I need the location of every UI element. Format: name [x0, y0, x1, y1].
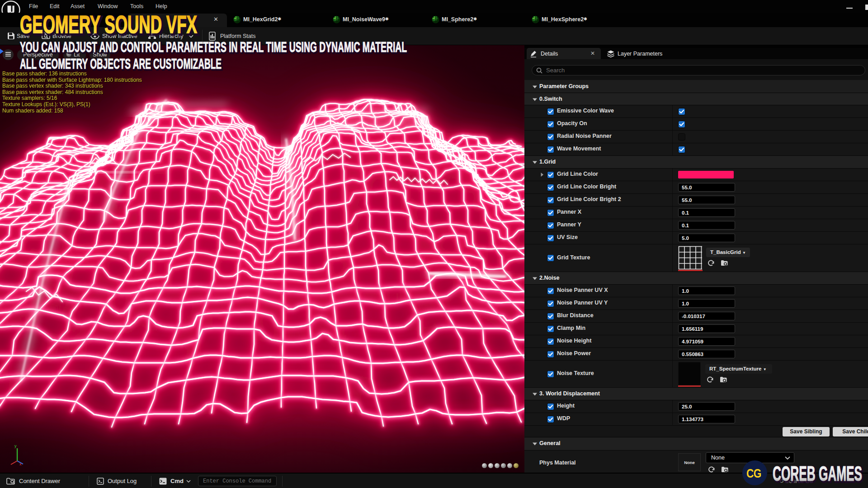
svg-text:COREB GAMES: COREB GAMES	[773, 461, 862, 485]
svg-text:YOU CAN ADJUST AND CONTROL PAR: YOU CAN ADJUST AND CONTROL PARAMETERS IN…	[20, 39, 407, 55]
svg-text:x: x	[19, 462, 22, 466]
svg-text:ALL GEOMETRY OBJECTS ARE CUSTO: ALL GEOMETRY OBJECTS ARE CUSTOMIZABLE	[20, 56, 222, 71]
svg-text:y: y	[14, 444, 17, 448]
svg-text:GEOMERY SOUND VFX: GEOMERY SOUND VFX	[20, 10, 197, 38]
